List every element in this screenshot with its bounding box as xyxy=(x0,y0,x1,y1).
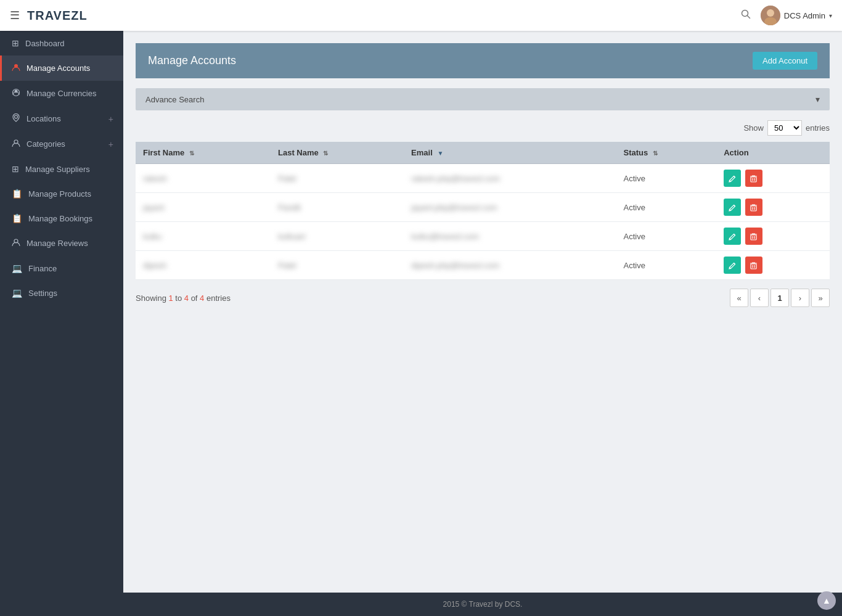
cell-email: jayant.php@travezl.com xyxy=(404,193,616,222)
sidebar-item-finance[interactable]: 💻 Finance xyxy=(0,256,123,281)
avatar xyxy=(761,6,780,25)
manage-reviews-icon xyxy=(12,238,20,248)
sidebar-item-manage-products[interactable]: 📋 Manage Products xyxy=(0,181,123,206)
locations-icon xyxy=(12,113,20,124)
manage-accounts-icon xyxy=(12,63,20,73)
sidebar-item-settings[interactable]: 💻 Settings xyxy=(0,281,123,305)
svg-rect-11 xyxy=(751,177,756,182)
svg-point-8 xyxy=(15,115,18,118)
sidebar-item-dashboard[interactable]: ⊞ Dashboard xyxy=(0,31,123,55)
delete-button[interactable] xyxy=(745,170,762,187)
entries-select[interactable]: 50 10 25 100 xyxy=(767,120,802,136)
cell-action xyxy=(716,193,830,222)
advance-search-bar[interactable]: Advance Search ▾ xyxy=(136,88,830,110)
search-icon[interactable] xyxy=(741,9,751,22)
sidebar-item-manage-reviews[interactable]: Manage Reviews xyxy=(0,231,123,256)
page-btn-next[interactable]: › xyxy=(791,289,809,307)
page-title: Manage Accounts xyxy=(148,54,236,67)
sidebar-item-label: Manage Suppliers xyxy=(25,165,90,174)
sidebar-item-label: Manage Reviews xyxy=(27,239,88,248)
cell-first-name: rakesh xyxy=(136,164,271,193)
scroll-top-button[interactable]: ▲ xyxy=(817,591,836,610)
sidebar-item-label: Manage Currencies xyxy=(27,89,96,98)
table-row: rakesh Patel rakesh.php@travezl.com Acti… xyxy=(136,164,830,193)
show-entries: Show 50 10 25 100 entries xyxy=(136,120,830,136)
table-row: jayant Pandit jayant.php@travezl.com Act… xyxy=(136,193,830,222)
cell-last-name: Patel xyxy=(271,164,404,193)
edit-button[interactable] xyxy=(724,170,741,187)
user-name: DCS Admin xyxy=(784,11,825,20)
show-label: Show xyxy=(743,123,764,133)
sidebar-item-label: Manage Products xyxy=(28,189,91,199)
pagination-row: Showing 1 to 4 of 4 entries « ‹ 1 › » xyxy=(136,289,830,307)
sidebar-item-manage-currencies[interactable]: Manage Currencies xyxy=(0,81,123,106)
finance-icon: 💻 xyxy=(12,263,22,273)
edit-button[interactable] xyxy=(724,199,741,216)
footer-text: 2015 © Travezl by DCS. xyxy=(443,600,523,609)
page-btn-prev[interactable]: ‹ xyxy=(750,289,769,307)
add-account-button[interactable]: Add Acconut xyxy=(753,52,817,70)
main-content: Manage Accounts Add Acconut Advance Sear… xyxy=(123,31,842,593)
sidebar-item-manage-accounts[interactable]: Manage Accounts xyxy=(0,55,123,81)
sidebar-item-manage-bookings[interactable]: 📋 Manage Bookings xyxy=(0,206,123,231)
plus-icon[interactable]: + xyxy=(108,139,113,149)
sort-icon-last-name: ⇅ xyxy=(323,150,328,157)
sidebar-item-label: Manage Bookings xyxy=(28,214,92,223)
manage-products-icon: 📋 xyxy=(12,189,22,199)
page-btn-first[interactable]: « xyxy=(730,289,748,307)
cell-status: Active xyxy=(616,193,717,222)
navbar-right: DCS Admin ▾ xyxy=(741,6,832,25)
cell-last-name: kulkuari xyxy=(271,222,404,251)
delete-button[interactable] xyxy=(745,199,762,216)
delete-button[interactable] xyxy=(745,228,762,245)
categories-icon xyxy=(12,139,20,149)
navbar: ☰ TRAVEZL DCS Admin ▾ xyxy=(0,0,842,31)
page-btn-1[interactable]: 1 xyxy=(770,289,789,307)
cell-status: Active xyxy=(616,164,717,193)
sidebar-item-locations[interactable]: Locations + xyxy=(0,106,123,131)
cell-status: Active xyxy=(616,251,717,280)
cell-action xyxy=(716,222,830,251)
svg-line-1 xyxy=(747,16,750,18)
dashboard-icon: ⊞ xyxy=(12,38,19,48)
user-dropdown[interactable]: DCS Admin ▾ xyxy=(761,6,832,25)
plus-icon[interactable]: + xyxy=(108,114,113,124)
col-status[interactable]: Status ⇅ xyxy=(616,142,717,164)
col-first-name[interactable]: First Name ⇅ xyxy=(136,142,271,164)
table-header-row: First Name ⇅ Last Name ⇅ Email ▼ Status … xyxy=(136,142,830,164)
col-last-name[interactable]: Last Name ⇅ xyxy=(271,142,404,164)
sidebar-item-label: Finance xyxy=(28,264,57,273)
sidebar-item-label: Locations xyxy=(27,114,61,123)
sort-icon-email: ▼ xyxy=(437,150,443,157)
edit-button[interactable] xyxy=(724,228,741,245)
caret-icon: ▾ xyxy=(829,12,832,19)
sidebar-item-label: Dashboard xyxy=(25,39,65,48)
table-row: dipesh Patel dipesh.php@travezl.com Acti… xyxy=(136,251,830,280)
cell-first-name: jayant xyxy=(136,193,271,222)
cell-first-name: dipesh xyxy=(136,251,271,280)
col-email[interactable]: Email ▼ xyxy=(404,142,616,164)
page-btn-last[interactable]: » xyxy=(811,289,830,307)
svg-rect-13 xyxy=(751,235,756,240)
cell-email: rakesh.php@travezl.com xyxy=(404,164,616,193)
svg-point-3 xyxy=(767,9,774,17)
manage-currencies-icon xyxy=(12,88,20,99)
delete-button[interactable] xyxy=(745,257,762,274)
sidebar-item-label: Manage Accounts xyxy=(27,64,90,73)
showing-text: Showing 1 to 4 of 4 entries xyxy=(136,294,231,303)
hamburger-icon[interactable]: ☰ xyxy=(10,9,20,22)
cell-status: Active xyxy=(616,222,717,251)
sidebar-item-categories[interactable]: Categories + xyxy=(0,131,123,157)
cell-action xyxy=(716,251,830,280)
manage-suppliers-icon: ⊞ xyxy=(12,164,19,174)
sidebar: ⊞ Dashboard Manage Accounts Man xyxy=(0,31,123,616)
cell-last-name: Pandit xyxy=(271,193,404,222)
sidebar-item-manage-suppliers[interactable]: ⊞ Manage Suppliers xyxy=(0,157,123,181)
advance-search-label: Advance Search xyxy=(145,95,204,104)
brand-logo: TRAVEZL xyxy=(27,9,88,23)
cell-last-name: Patel xyxy=(271,251,404,280)
footer: 2015 © Travezl by DCS. xyxy=(123,593,842,616)
col-action: Action xyxy=(716,142,830,164)
page-total: 4 xyxy=(200,294,204,303)
edit-button[interactable] xyxy=(724,257,741,274)
